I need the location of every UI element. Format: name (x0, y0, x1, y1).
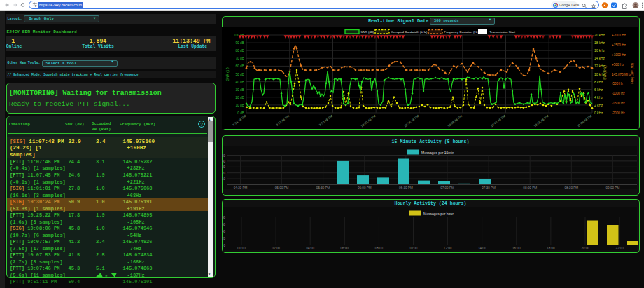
svg-text:BW (kHz): BW (kHz) (603, 65, 607, 80)
svg-text:Transmission Start: Transmission Start (490, 30, 516, 34)
svg-text:12:00: 12:00 (444, 247, 452, 250)
svg-text:16 kHz: 16 kHz (594, 49, 606, 53)
svg-text:02:00: 02:00 (272, 247, 280, 250)
svg-text:30 dB: 30 dB (235, 88, 244, 92)
svg-text:50 dB: 50 dB (235, 73, 244, 76)
svg-text:18 kHz: 18 kHz (594, 41, 606, 45)
svg-text:Occupied Bandwidth (kHz): Occupied Bandwidth (kHz) (391, 30, 428, 34)
svg-text:60: 60 (222, 223, 225, 226)
svg-text:06:00 PM: 06:00 PM (358, 186, 372, 190)
svg-text:09:00 PM: 09:00 PM (606, 186, 620, 190)
svg-text:90 dB: 90 dB (235, 41, 244, 45)
svg-text:07:30 PM: 07:30 PM (482, 186, 496, 190)
svg-text:05:00 PM: 05:00 PM (275, 186, 289, 190)
svg-text:80: 80 (222, 216, 225, 219)
svg-text:40: 40 (222, 230, 225, 233)
svg-text:16:00: 16:00 (512, 247, 521, 250)
svg-text:05:30 PM: 05:30 PM (316, 186, 330, 190)
svg-text:70 dB: 70 dB (235, 57, 244, 60)
svg-text:20:00: 20:00 (581, 247, 589, 250)
svg-text:60 dB: 60 dB (235, 64, 244, 68)
svg-text:8 kHz: 8 kHz (594, 81, 603, 84)
svg-text:+2000 Hz: +2000 Hz (612, 34, 626, 37)
svg-text:14:00: 14:00 (478, 247, 486, 250)
svg-text:-1500 Hz: -1500 Hz (612, 102, 625, 105)
svg-text:Messages per 15min: Messages per 15min (421, 151, 454, 155)
svg-text:Messages per hour: Messages per hour (424, 212, 454, 216)
svg-text:20: 20 (222, 237, 225, 240)
svg-text:20 kHz: 20 kHz (594, 34, 606, 37)
svg-text:6 kHz: 6 kHz (594, 88, 603, 92)
svg-text:40 dB: 40 dB (235, 81, 244, 84)
svg-text:2 kHz: 2 kHz (594, 104, 603, 107)
svg-text:-2000 Hz: -2000 Hz (612, 111, 625, 115)
svg-text:Freq Dev (Hz): Freq Dev (Hz) (631, 63, 634, 85)
svg-text:4 kHz: 4 kHz (594, 96, 603, 100)
svg-text:10:00: 10:00 (410, 247, 418, 250)
svg-text:-500 Hz: -500 Hz (612, 82, 624, 85)
svg-text:»: » (105, 273, 108, 278)
svg-text:20: 20 (222, 172, 225, 175)
svg-text:145.075 MHz: 145.075 MHz (612, 73, 631, 76)
svg-text:08:00 PM: 08:00 PM (523, 186, 537, 190)
svg-text:04:00: 04:00 (306, 247, 314, 250)
svg-text:00:00: 00:00 (237, 247, 246, 250)
svg-text:07:00 PM: 07:00 PM (440, 186, 454, 190)
svg-text:10: 10 (222, 177, 225, 181)
svg-text:SNR (dB): SNR (dB) (226, 66, 230, 81)
svg-text:+500 Hz: +500 Hz (612, 63, 624, 67)
svg-text:22:00: 22:00 (615, 247, 624, 250)
svg-text:-1000 Hz: -1000 Hz (612, 92, 625, 95)
svg-text:04:30 PM: 04:30 PM (234, 186, 248, 190)
svg-text:30: 30 (222, 165, 225, 169)
svg-text:14 kHz: 14 kHz (594, 57, 606, 60)
svg-text:08:00: 08:00 (375, 247, 384, 250)
svg-text:50: 50 (222, 154, 225, 158)
svg-text:SNR (dB): SNR (dB) (361, 30, 374, 34)
svg-text:80 dB: 80 dB (235, 49, 244, 53)
svg-text:06:00: 06:00 (341, 247, 349, 250)
svg-text:20 dB: 20 dB (235, 96, 244, 100)
svg-text:Frequency Deviation (Hz): Frequency Deviation (Hz) (444, 30, 479, 34)
svg-text:08:30 PM: 08:30 PM (564, 186, 578, 190)
svg-text:+1000 Hz: +1000 Hz (612, 53, 626, 57)
svg-text:06:30 PM: 06:30 PM (399, 186, 413, 190)
svg-text:18:00: 18:00 (547, 247, 555, 250)
svg-text:40: 40 (222, 160, 225, 163)
svg-text:0 kHz: 0 kHz (594, 111, 603, 115)
svg-text:+1500 Hz: +1500 Hz (612, 43, 626, 47)
svg-text:0: 0 (223, 244, 225, 247)
svg-text:10 dB: 10 dB (235, 104, 244, 107)
